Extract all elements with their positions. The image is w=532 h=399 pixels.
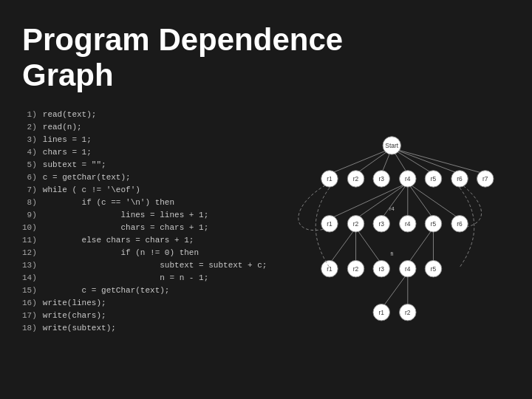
content-area: 1) 2) 3) 4) 5) 6) 7) 8) 9) 10) 11) 12) 1… [22,109,510,384]
slide: Program DependenceGraph 1) 2) 3) 4) 5) 6… [0,0,532,399]
node-row3-1: r1 [321,215,338,231]
svg-line-7 [330,183,408,219]
svg-text:Start: Start [386,142,399,149]
svg-text:r1: r1 [327,265,333,272]
node-row3-5: r5 [426,215,442,231]
svg-text:r3: r3 [379,174,385,182]
node-row5-2: r2 [400,304,416,320]
node-r1: r1 [321,170,338,186]
svg-text:r4: r4 [406,174,412,182]
pdg-svg: Start r1 r2 r3 r4 [274,109,510,384]
svg-text:r3: r3 [379,219,385,227]
svg-line-18 [382,273,409,309]
svg-text:r2: r2 [353,219,359,227]
svg-line-8 [356,183,408,219]
svg-line-16 [408,228,434,264]
node-r3: r3 [373,170,389,186]
node-r5: r5 [426,170,442,186]
slide-title: Program DependenceGraph [22,22,510,94]
svg-text:r4: r4 [406,219,412,227]
node-row4-3: r3 [373,260,389,276]
svg-text:r4: r4 [406,265,412,272]
node-row4-5: r5 [426,260,442,276]
svg-text:r6: r6 [457,219,463,227]
node-r2: r2 [348,170,364,186]
node-row4-1: r1 [321,260,338,276]
code-lines: read(text); read(n); lines = 1; chars = … [43,109,267,384]
node-row3-4: r4 [400,215,416,231]
svg-text:r5: r5 [431,174,437,182]
node-start: Start [383,136,401,154]
svg-text:r3: r3 [379,265,385,272]
node-row5-1: r1 [373,304,389,320]
node-r7: r7 [477,170,494,186]
svg-text:r2: r2 [353,174,359,182]
svg-text:r5: r5 [431,219,437,227]
node-row3-6: r6 [451,215,468,231]
code-block: 1) 2) 3) 4) 5) 6) 7) 8) 9) 10) 11) 12) 1… [22,109,267,384]
svg-text:r2: r2 [353,265,359,272]
node-row4-2: r2 [348,260,364,276]
node-row3-3: r3 [373,215,389,231]
svg-text:r5: r5 [431,265,437,272]
svg-line-5 [392,148,460,174]
node-row4-4: r4 [400,260,416,276]
node-row3-2: r2 [348,215,364,231]
svg-line-15 [356,228,382,264]
svg-text:r1: r1 [327,174,333,182]
svg-text:r1: r1 [327,219,333,227]
svg-text:r7: r7 [482,174,488,182]
svg-line-9 [382,183,409,219]
svg-text:r2: r2 [406,308,412,316]
svg-line-11 [408,183,434,219]
svg-line-12 [408,183,460,219]
node-r4: r4 [400,170,416,186]
svg-text:fi: fi [391,250,394,256]
svg-text:r6: r6 [457,174,463,182]
svg-text:r1: r1 [379,308,385,316]
line-numbers: 1) 2) 3) 4) 5) 6) 7) 8) 9) 10) 11) 12) 1… [22,109,43,384]
svg-line-6 [392,148,485,174]
graph-area: Start r1 r2 r3 r4 [274,109,510,384]
svg-text:r4: r4 [389,205,395,212]
svg-line-13 [330,228,356,264]
node-r6: r6 [451,170,468,186]
